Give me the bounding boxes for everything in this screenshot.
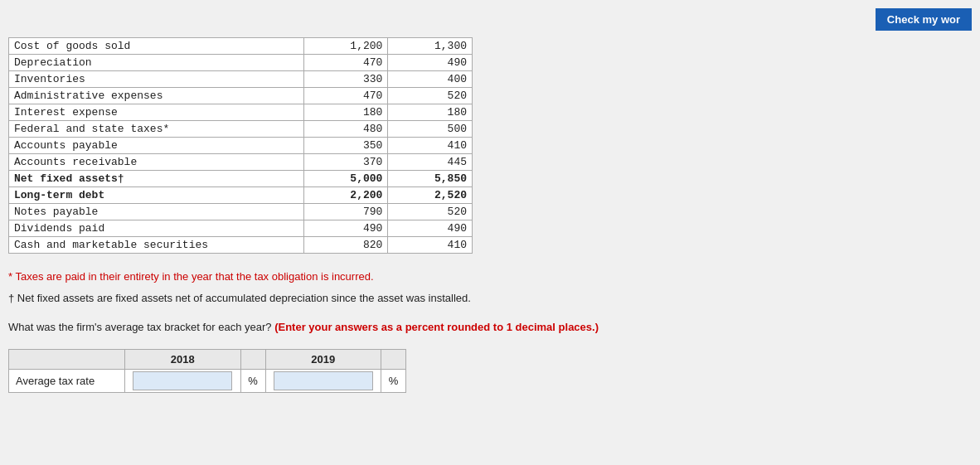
pct-2018: % [240,369,265,392]
row-col2-value: 490 [388,55,473,71]
row-col1-value: 330 [303,71,388,88]
row-col1-value: 470 [303,55,388,71]
row-col1-value: 480 [303,121,388,138]
row-col2-value: 180 [388,104,473,121]
row-label: Accounts receivable [9,154,304,171]
row-col1-value: 790 [303,204,388,220]
check-my-work-button[interactable]: Check my wor [876,8,972,31]
table-row: Inventories330400 [9,71,473,88]
row-label: Federal and state taxes* [9,121,304,138]
row-col1-value: 370 [303,154,388,171]
tax-rate-2019-input[interactable] [274,371,373,390]
row-label: Inventories [9,71,304,88]
row-col2-value: 500 [388,121,473,138]
row-label: Net fixed assets† [9,171,304,187]
question-instruction: (Enter your answers as a percent rounded… [274,321,599,333]
pct-2019: % [381,369,406,392]
footnote-section: * Taxes are paid in their entirety in th… [8,269,972,306]
footnote-2: † Net fixed assets are fixed assets net … [8,290,972,307]
row-label: Administrative expenses [9,88,304,104]
row-col1-value: 470 [303,88,388,104]
question-text: What was the firm's average tax bracket … [8,319,972,336]
row-col2-value: 520 [388,204,473,220]
row-label: Notes payable [9,204,304,220]
table-row: Cash and marketable securities820410 [9,237,473,254]
row-col1-value: 180 [303,104,388,121]
row-col2-value: 445 [388,154,473,171]
tax-rate-2018-cell [125,369,241,392]
footnote-1: * Taxes are paid in their entirety in th… [8,269,972,285]
tax-rate-2019-cell [265,369,381,392]
answer-col2-pct [381,349,406,369]
row-label: Accounts payable [9,138,304,154]
row-col1-value: 2,200 [303,187,388,204]
row-label: Long-term debt [9,187,304,204]
question-main: What was the firm's average tax bracket … [8,321,272,333]
answer-col1-header: 2018 [125,349,241,369]
row-label: Cash and marketable securities [9,237,304,254]
tax-rate-2018-input[interactable] [133,371,232,390]
row-label: Dividends paid [9,220,304,237]
row-col2-value: 520 [388,88,473,104]
row-col1-value: 490 [303,220,388,237]
row-col1-value: 350 [303,138,388,154]
row-col1-value: 820 [303,237,388,254]
table-row: Cost of goods sold1,2001,300 [9,38,473,55]
row-col2-value: 410 [388,237,473,254]
financial-data-table: Cost of goods sold1,2001,300Depreciation… [8,37,473,254]
table-row: Administrative expenses470520 [9,88,473,104]
answer-header-empty [9,349,125,369]
row-col1-value: 5,000 [303,171,388,187]
table-row: Accounts receivable370445 [9,154,473,171]
row-col1-value: 1,200 [303,38,388,55]
table-row: Depreciation470490 [9,55,473,71]
row-label: Depreciation [9,55,304,71]
table-row: Net fixed assets†5,0005,850 [9,171,473,187]
answer-col2-header: 2019 [265,349,381,369]
row-col2-value: 2,520 [388,187,473,204]
table-row: Federal and state taxes*480500 [9,121,473,138]
row-col2-value: 410 [388,138,473,154]
average-tax-rate-label: Average tax rate [9,369,125,392]
row-col2-value: 5,850 [388,171,473,187]
table-row: Interest expense180180 [9,104,473,121]
row-col2-value: 490 [388,220,473,237]
row-col2-value: 400 [388,71,473,88]
row-label: Cost of goods sold [9,38,304,55]
row-label: Interest expense [9,104,304,121]
row-col2-value: 1,300 [388,38,473,55]
answer-col1-pct [240,349,265,369]
table-row: Dividends paid490490 [9,220,473,237]
table-row: Long-term debt2,2002,520 [9,187,473,204]
table-row: Notes payable790520 [9,204,473,220]
answer-table: 2018 2019 Average tax rate % % [8,349,406,393]
table-row: Accounts payable350410 [9,138,473,154]
